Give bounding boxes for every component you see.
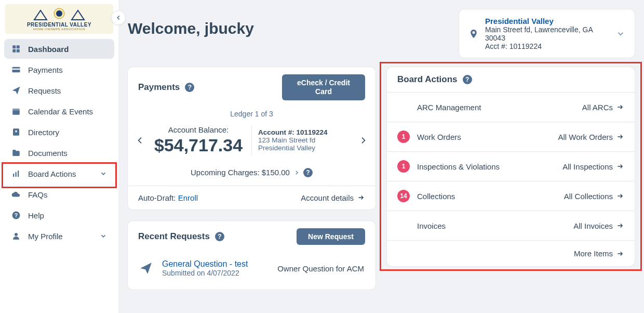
ba-item-work-orders[interactable]: 1 Work Orders All Work Orders xyxy=(387,122,635,151)
svg-rect-12 xyxy=(13,174,14,177)
sidebar-item-label: My Profile xyxy=(28,232,63,241)
paper-plane-icon xyxy=(11,86,21,95)
ba-link-all-work-orders[interactable]: All Work Orders xyxy=(558,133,624,141)
chevron-down-icon xyxy=(616,29,625,38)
account-number: Account #: 10119224 xyxy=(258,128,352,136)
property-account: Acct #: 10119224 xyxy=(485,42,610,50)
user-icon xyxy=(11,231,21,241)
count-badge xyxy=(397,101,410,113)
request-item[interactable]: General Question - test Submitted on 4/0… xyxy=(128,252,375,290)
balance-label: Account Balance: xyxy=(152,125,245,134)
main-content: Welcome, jbucky Presidential Valley Main… xyxy=(118,0,644,313)
help-icon[interactable]: ? xyxy=(463,75,472,84)
svg-point-11 xyxy=(15,131,17,133)
payments-card: Payments ? eCheck / Credit Card Ledger 1… xyxy=(128,67,375,210)
sidebar-item-requests[interactable]: Requests xyxy=(4,81,114,100)
sidebar-item-label: Requests xyxy=(28,86,61,95)
property-selector[interactable]: Presidential Valley Main Street fd, Lawr… xyxy=(459,9,635,58)
chevron-down-icon xyxy=(100,170,107,177)
request-type: Owner Question for ACM xyxy=(277,264,364,273)
count-badge: 1 xyxy=(397,160,410,173)
board-actions-card: Board Actions ? ARC Management All ARCs … xyxy=(387,67,635,266)
upcoming-charges: Upcoming Charges: $150.00 xyxy=(191,168,290,177)
chevron-right-icon[interactable] xyxy=(294,169,299,176)
ba-label: Collections xyxy=(417,192,564,201)
property-address: Main Street fd, Lawrenceville, GA 30043 xyxy=(485,25,610,42)
count-badge xyxy=(397,219,410,232)
svg-rect-7 xyxy=(12,69,20,70)
directory-icon xyxy=(11,127,21,137)
sidebar-item-board-actions[interactable]: Board Actions xyxy=(4,164,114,184)
ba-link-all-inspections[interactable]: All Inspections xyxy=(562,162,624,171)
account-details-link[interactable]: Account details xyxy=(301,193,365,202)
balance-amount: $54,717.34 xyxy=(152,135,245,155)
sidebar-item-help[interactable]: ? Help xyxy=(4,205,114,225)
card-title: Recent Requests xyxy=(138,231,210,242)
help-icon: ? xyxy=(11,211,21,220)
ba-link-all-invoices[interactable]: All Invoices xyxy=(573,221,624,230)
enroll-link[interactable]: Enroll xyxy=(178,193,198,202)
credit-card-icon xyxy=(11,65,21,74)
sidebar-item-documents[interactable]: Documents xyxy=(4,143,114,163)
echeck-credit-card-button[interactable]: eCheck / Credit Card xyxy=(282,74,365,100)
ba-item-arc[interactable]: ARC Management All ARCs xyxy=(387,92,635,122)
sidebar-item-label: Payments xyxy=(28,66,63,74)
svg-rect-5 xyxy=(17,49,20,53)
ba-label: Work Orders xyxy=(417,133,558,141)
calendar-icon xyxy=(11,107,21,116)
request-title: General Question - test xyxy=(162,259,248,269)
svg-text:?: ? xyxy=(15,212,18,218)
chevron-down-icon xyxy=(100,232,107,240)
svg-point-17 xyxy=(15,233,18,236)
cloud-icon xyxy=(11,190,21,199)
sidebar-item-my-profile[interactable]: My Profile xyxy=(4,226,114,246)
sidebar-item-dashboard[interactable]: Dashboard xyxy=(4,39,114,59)
card-title: Payments xyxy=(138,82,180,93)
sidebar-item-label: Board Actions xyxy=(28,169,76,178)
ba-label: ARC Management xyxy=(417,103,582,112)
dashboard-icon xyxy=(11,44,21,54)
new-request-button[interactable]: New Request xyxy=(297,228,365,245)
autodraft-row: Auto-Draft: Enroll xyxy=(138,193,198,202)
sidebar-item-payments[interactable]: Payments xyxy=(4,60,114,80)
sidebar-item-label: Directory xyxy=(28,128,59,137)
svg-rect-9 xyxy=(12,109,20,111)
ba-label: Inspections & Violations xyxy=(417,162,562,171)
ledger-next-button[interactable] xyxy=(356,133,370,148)
map-pin-icon xyxy=(468,28,479,40)
help-icon[interactable]: ? xyxy=(303,168,313,177)
ba-label: Invoices xyxy=(417,221,573,230)
property-name: Presidential Valley xyxy=(485,17,610,25)
ba-link-all-arcs[interactable]: All ARCs xyxy=(582,103,624,112)
folder-icon xyxy=(11,148,21,158)
sidebar-item-directory[interactable]: Directory xyxy=(4,122,114,142)
sidebar-item-calendar[interactable]: Calendar & Events xyxy=(4,101,114,121)
help-icon[interactable]: ? xyxy=(185,83,194,92)
ledger-prev-button[interactable] xyxy=(133,133,147,148)
help-icon[interactable]: ? xyxy=(215,232,224,241)
logo: PRESIDENTIAL VALLEY HOME OWNERS ASSOCIAT… xyxy=(5,4,113,34)
recent-requests-card: Recent Requests ? New Request General Qu… xyxy=(128,221,375,290)
paper-plane-icon xyxy=(139,262,153,275)
board-actions-list: ARC Management All ARCs 1 Work Orders Al… xyxy=(387,92,635,266)
ba-link-all-collections[interactable]: All Collections xyxy=(564,192,624,201)
page-title: Welcome, jbucky xyxy=(128,20,254,37)
sidebar-item-label: Calendar & Events xyxy=(28,107,93,116)
sidebar-item-faqs[interactable]: FAQs xyxy=(4,185,114,204)
svg-rect-2 xyxy=(12,45,16,48)
account-address1: 123 Main Street fd xyxy=(258,136,352,144)
ba-item-inspections[interactable]: 1 Inspections & Violations All Inspectio… xyxy=(387,151,635,181)
sidebar-item-label: Help xyxy=(28,211,44,220)
ba-item-collections[interactable]: 14 Collections All Collections xyxy=(387,181,635,211)
more-items-link[interactable]: More Items xyxy=(574,249,624,258)
sidebar: PRESIDENTIAL VALLEY HOME OWNERS ASSOCIAT… xyxy=(0,0,118,313)
sidebar-item-label: Documents xyxy=(28,149,68,158)
ledger-indicator: Ledger 1 of 3 xyxy=(128,108,375,125)
account-address2: Presidential Valley xyxy=(258,144,352,152)
svg-rect-13 xyxy=(16,172,17,177)
svg-point-1 xyxy=(56,10,62,17)
svg-rect-3 xyxy=(17,45,20,48)
ba-item-invoices[interactable]: Invoices All Invoices xyxy=(387,211,635,240)
count-badge: 1 xyxy=(397,131,410,143)
sidebar-item-label: FAQs xyxy=(28,190,48,199)
